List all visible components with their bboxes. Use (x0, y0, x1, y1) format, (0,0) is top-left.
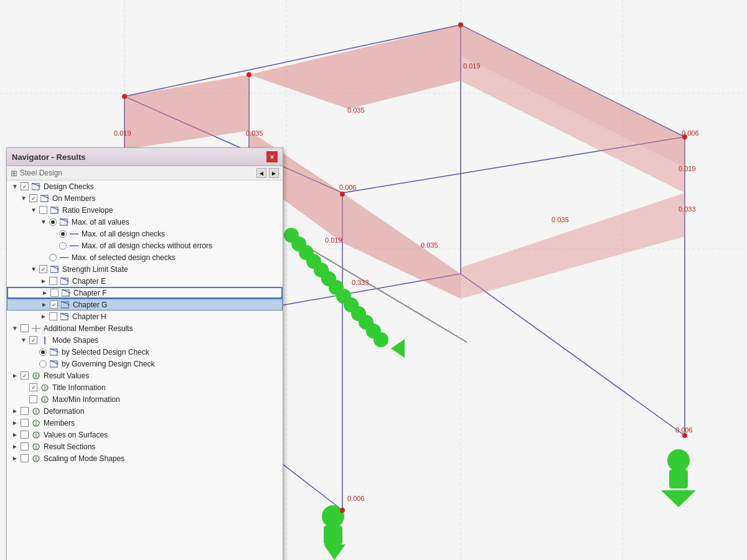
icon-max-all-values (59, 218, 69, 226)
expander-chapter-g[interactable]: ► (40, 301, 49, 309)
radio-max-no-errors[interactable] (59, 242, 67, 250)
checkbox-chapter-h[interactable] (49, 312, 57, 320)
radio-by-selected[interactable] (39, 348, 47, 356)
svg-point-50 (340, 192, 345, 197)
svg-point-39 (374, 332, 388, 347)
expander-values-surfaces[interactable]: ► (11, 431, 19, 439)
tree-item-max-all-values[interactable]: ▼ Max. of all values (7, 216, 283, 228)
tree-item-mode-shapes[interactable]: ▼ Mode Shapes (7, 334, 283, 346)
tree-item-title-information[interactable]: Title Information (7, 381, 283, 393)
tree-item-values-surfaces[interactable]: ► Values on Surfaces (7, 429, 283, 441)
checkbox-strength-limit[interactable] (39, 265, 47, 273)
tree-item-chapter-g[interactable]: ► Chapter G (7, 299, 283, 310)
svg-text:0.019: 0.019 (463, 62, 481, 70)
tree-item-ratio-envelope[interactable]: ▼ Ratio Envelope (7, 204, 283, 216)
checkbox-design-checks[interactable] (21, 182, 29, 190)
expander-chapter-f[interactable]: ► (40, 289, 49, 297)
svg-text:0.035: 0.035 (347, 106, 365, 114)
svg-point-47 (122, 94, 127, 99)
radio-max-selected[interactable] (49, 254, 57, 261)
tree-item-chapter-f[interactable]: ► Chapter F (7, 287, 283, 299)
expander-members[interactable]: ► (11, 419, 19, 427)
navigator-header[interactable]: Navigator - Results × (7, 148, 283, 166)
checkbox-result-values[interactable] (21, 371, 29, 380)
expander-result-values[interactable]: ► (11, 371, 19, 380)
checkbox-maxmin-information[interactable] (29, 395, 37, 403)
checkbox-deformation[interactable] (21, 407, 29, 415)
checkbox-members[interactable] (21, 419, 29, 427)
radio-max-all-values[interactable] (49, 218, 57, 226)
tree-container[interactable]: ▼ Design Checks ▼ On Members ▼ Rat (7, 180, 283, 560)
checkbox-additional-member[interactable] (21, 324, 29, 332)
nav-toolbar: ⊞ Steel Design ◄ ► (7, 166, 283, 180)
toolbar-label: Steel Design (20, 169, 254, 177)
svg-text:0.006: 0.006 (675, 426, 693, 434)
radio-by-governing[interactable] (39, 360, 47, 368)
icon-max-all-design (69, 230, 79, 238)
tree-item-max-selected[interactable]: Max. of selected design checks (7, 251, 283, 263)
tree-item-chapter-e[interactable]: ► Chapter E (7, 275, 283, 287)
tree-item-members[interactable]: ► Members (7, 417, 283, 429)
tree-item-on-members[interactable]: ▼ On Members (7, 192, 283, 204)
expander-chapter-h[interactable]: ► (39, 312, 48, 321)
navigator-panel: Navigator - Results × ⊞ Steel Design ◄ ►… (6, 147, 283, 560)
expander-chapter-e[interactable]: ► (39, 277, 48, 286)
tree-item-additional-member[interactable]: ▼ Additional Member Results (7, 322, 283, 334)
icon-on-members (40, 194, 50, 203)
navigator-title: Navigator - Results (12, 152, 85, 162)
checkbox-on-members[interactable] (29, 194, 37, 202)
label-chapter-f: Chapter F (73, 289, 106, 297)
checkbox-chapter-g[interactable] (50, 301, 58, 309)
icon-values-surfaces (31, 431, 41, 439)
label-mode-shapes: Mode Shapes (52, 336, 98, 345)
svg-point-48 (247, 72, 251, 77)
tree-item-design-checks[interactable]: ▼ Design Checks (7, 180, 283, 192)
label-deformation: Deformation (44, 407, 84, 416)
label-max-all-design: Max. of all design checks (82, 230, 165, 238)
icon-chapter-h (60, 312, 70, 321)
tree-item-scaling-mode[interactable]: ► Scaling of Mode Shapes (7, 452, 283, 464)
checkbox-title-information[interactable] (29, 383, 37, 391)
checkbox-values-surfaces[interactable] (21, 431, 29, 439)
label-chapter-h: Chapter H (72, 312, 106, 321)
tree-item-by-selected[interactable]: by Selected Design Check (7, 346, 283, 358)
expander-additional-member[interactable]: ▼ (11, 324, 19, 333)
tree-item-result-values[interactable]: ► Result Values (7, 370, 283, 381)
nav-next-button[interactable]: ► (269, 168, 279, 178)
tree-item-maxmin-information[interactable]: Max/Min Information (7, 393, 283, 405)
icon-scaling-mode (31, 454, 41, 463)
checkbox-ratio-envelope[interactable] (39, 206, 47, 214)
checkbox-scaling-mode[interactable] (21, 454, 29, 462)
label-chapter-g: Chapter G (73, 301, 107, 309)
svg-text:0.019: 0.019 (325, 236, 342, 244)
expander-deformation[interactable]: ► (11, 407, 19, 416)
tree-item-max-no-errors[interactable]: Max. of all design checks without errors (7, 240, 283, 251)
expander-ratio-envelope[interactable]: ▼ (29, 206, 38, 215)
expander-mode-shapes[interactable]: ▼ (19, 336, 28, 345)
nav-prev-button[interactable]: ◄ (256, 168, 266, 178)
expander-scaling-mode[interactable]: ► (11, 454, 19, 463)
tree-item-max-all-design[interactable]: Max. of all design checks (7, 228, 283, 240)
label-by-governing: by Governing Design Check (62, 360, 154, 368)
tree-item-chapter-h[interactable]: ► Chapter H (7, 310, 283, 322)
checkbox-mode-shapes[interactable] (29, 336, 37, 344)
expander-result-sections[interactable]: ► (11, 442, 19, 451)
tree-item-strength-limit[interactable]: ▼ Strength Limit State (7, 263, 283, 275)
expander-max-all-values[interactable]: ▼ (39, 218, 48, 226)
expander-on-members[interactable]: ▼ (19, 194, 28, 203)
label-title-information: Title Information (52, 383, 106, 392)
radio-max-all-design[interactable] (59, 230, 67, 238)
icon-design-checks (31, 182, 41, 191)
expander-strength-limit[interactable]: ▼ (29, 265, 38, 274)
tree-item-result-sections[interactable]: ► Result Sections (7, 441, 283, 452)
checkbox-chapter-e[interactable] (49, 277, 57, 285)
tree-item-by-governing[interactable]: by Governing Design Check (7, 358, 283, 370)
close-button[interactable]: × (266, 151, 278, 162)
tree-item-deformation[interactable]: ► Deformation (7, 405, 283, 417)
expander-design-checks[interactable]: ▼ (11, 182, 19, 191)
checkbox-chapter-f[interactable] (50, 289, 59, 297)
label-maxmin-information: Max/Min Information (52, 395, 120, 404)
icon-members (31, 419, 41, 427)
label-members: Members (44, 419, 75, 427)
checkbox-result-sections[interactable] (21, 442, 29, 450)
